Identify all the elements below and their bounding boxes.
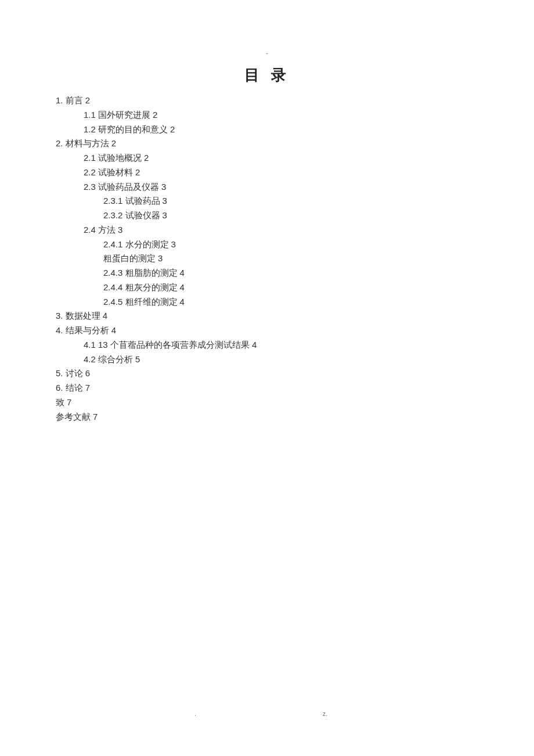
toc-entry: 4.2 综合分析5 (56, 352, 478, 367)
toc-entry: 3. 数据处理4 (56, 309, 478, 323)
toc-entry: 2.1 试验地概况2 (56, 151, 478, 165)
footer-dot: . (194, 711, 196, 717)
toc-entry-page: 3 (163, 196, 167, 206)
toc-entry-label: 2.4.3 粗脂肪的测定 (103, 268, 178, 278)
toc-entry-page: 4 (180, 297, 185, 307)
toc-entry-page: 4 (180, 282, 185, 292)
toc-entry: 1.1 国外研究进展2 (56, 108, 478, 123)
toc-entry-page: 2 (144, 153, 149, 163)
toc-entry-page: 4 (103, 311, 107, 321)
toc-entry-page: 4 (111, 325, 116, 335)
toc-entry-label: 2.2 试验材料 (84, 167, 133, 177)
toc-entry-label: 1.2 研究的目的和意义 (84, 124, 168, 134)
toc-entry-page: 3 (158, 253, 163, 263)
toc-entry-label: 1. 前言 (56, 95, 83, 105)
footer-z: z. (323, 711, 327, 717)
toc-entry-page: 2 (170, 124, 175, 134)
page-top-mark: - (266, 49, 268, 56)
toc-entry-page: 3 (118, 225, 122, 235)
toc-entry-page: 2 (153, 110, 157, 120)
toc-entry-page: 7 (85, 383, 90, 393)
toc-entry-page: 4 (252, 340, 257, 350)
toc-entry: 4.1 13 个苜蓿品种的各项营养成分测试结果4 (56, 338, 478, 352)
toc-entry: 1. 前言2 (56, 93, 478, 108)
toc-entry-label: 2.3.2 试验仪器 (103, 210, 160, 220)
toc-entry: 6. 结论7 (56, 381, 478, 395)
toc-entry-label: 2.4 方法 (84, 225, 116, 235)
toc-entry: 5. 讨论6 (56, 366, 478, 381)
toc-entry-label: 2.3.1 试验药品 (103, 196, 160, 206)
toc-entry-label: 2.4.5 粗纤维的测定 (103, 297, 178, 307)
toc-entry-page: 7 (93, 412, 98, 422)
toc-entry: 参考文献7 (56, 410, 478, 424)
toc-entry-label: 2.4.1 水分的测定 (103, 239, 169, 249)
toc-entry-label: 2.3 试验药品及仪器 (84, 182, 159, 192)
toc-entry: 2.4.5 粗纤维的测定4 (56, 295, 478, 309)
toc-entry: 4. 结果与分析4 (56, 323, 478, 338)
toc-entry-page: 2 (135, 167, 140, 177)
toc-entry: 2.3 试验药品及仪器3 (56, 180, 478, 195)
toc-entry-page: 4 (180, 268, 185, 278)
toc-entry-page: 2 (111, 138, 116, 148)
toc-entry-label: 3. 数据处理 (56, 311, 100, 321)
toc-entry-label: 4.1 13 个苜蓿品种的各项营养成分测试结果 (84, 340, 250, 350)
toc-entry-page: 3 (163, 210, 167, 220)
toc-entry-label: 5. 讨论 (56, 368, 83, 378)
toc-entry-label: 致 (56, 397, 64, 407)
toc-entry: 2.4.3 粗脂肪的测定4 (56, 266, 478, 280)
toc-entry: 2.3.1 试验药品3 (56, 194, 478, 208)
toc-entry-label: 2.4.4 粗灰分的测定 (103, 282, 178, 292)
toc-title: 目 录 (0, 65, 534, 85)
toc-entry: 致7 (56, 395, 478, 410)
toc-entry-page: 3 (161, 182, 166, 192)
toc-entry-label: 6. 结论 (56, 383, 83, 393)
toc-entry: 2.4 方法3 (56, 223, 478, 237)
toc-entry: 1.2 研究的目的和意义2 (56, 123, 478, 137)
toc-entry: 2. 材料与方法2 (56, 136, 478, 151)
toc-entry: 粗蛋白的测定3 (56, 251, 478, 266)
toc-entry-label: 粗蛋白的测定 (103, 253, 156, 263)
toc-entry: 2.4.1 水分的测定3 (56, 237, 478, 252)
toc-entry: 2.2 试验材料2 (56, 165, 478, 180)
toc-entry-label: 2. 材料与方法 (56, 138, 109, 148)
toc-entry-label: 2.1 试验地概况 (84, 153, 142, 163)
toc-entry-page: 6 (85, 368, 90, 378)
toc-entry: 2.3.2 试验仪器3 (56, 208, 478, 223)
toc-entry-label: 参考文献 (56, 412, 91, 422)
toc-entry-label: 4. 结果与分析 (56, 325, 109, 335)
toc-entry: 2.4.4 粗灰分的测定4 (56, 280, 478, 295)
table-of-contents: 1. 前言21.1 国外研究进展21.2 研究的目的和意义22. 材料与方法22… (0, 93, 534, 424)
toc-entry-label: 4.2 综合分析 (84, 354, 133, 364)
toc-entry-page: 5 (135, 354, 140, 364)
toc-entry-page: 3 (171, 239, 176, 249)
toc-entry-page: 7 (67, 397, 71, 407)
toc-entry-label: 1.1 国外研究进展 (84, 110, 150, 120)
toc-entry-page: 2 (85, 95, 90, 105)
